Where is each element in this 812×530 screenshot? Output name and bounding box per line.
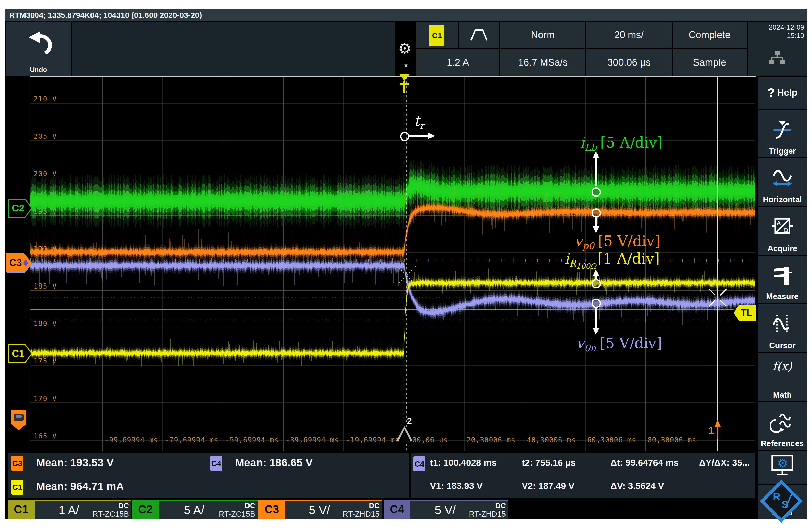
horizontal-position-cell[interactable]: 300.06 µs [586,49,671,76]
undo-button[interactable]: Undo [6,22,71,76]
trigger-type-cell[interactable] [459,22,499,48]
screenshot-root: RTM3004; 1335.8794K04; 104310 (01.600 20… [0,0,812,530]
ilb-arrow-head [593,151,599,158]
trigger-source-cell[interactable]: C1 [416,22,458,48]
gear-icon[interactable]: ⚙ [398,40,411,57]
measurement-results-panel: C3 Mean: 193.53 V C4 Mean: 186.65 V C1 M… [8,454,409,498]
annotation-tr: tr [414,112,424,131]
annotation-ir: iR100Ω[1 A/div] [565,250,659,271]
toolbar-empty-area [72,22,395,76]
sidebar-item-acquire[interactable]: A D Acquire [758,207,807,255]
annotation-v0n: v0n[5 V/div] [576,335,662,353]
sidebar-item-trigger[interactable]: Trigger [758,110,807,157]
question-mark-icon: ? [767,86,774,99]
cursor-t1: t1: 100.4028 ms [430,458,497,468]
channel-marker-c1[interactable]: C1 [8,344,32,363]
cursor1-arrow-stem [717,426,719,439]
sidebar-item-screenshot[interactable]: ⚙ [758,451,807,484]
cursor-dv: ΔV: 3.5624 V [610,481,664,491]
annotation-ilb: iLb[5 A/div] [580,134,663,153]
sidebar-menu: ?Help Trigger Horizontal [758,77,807,519]
date-text: 2024-12-09 [748,23,804,31]
c4-updown-icon [24,259,28,267]
cursor-dydx: ΔY/ΔX: 35... [699,458,750,468]
acquisition-mode-cell[interactable]: Sample [672,49,746,76]
channel-tab-c3[interactable]: C3 [258,500,285,519]
oscilloscope-screen: RTM3004; 1335.8794K04; 104310 (01.600 20… [5,9,807,519]
ir-arrow-head [593,269,599,276]
sidebar-item-math[interactable]: f(x) Math [758,353,807,401]
cursor-wave-icon [770,312,795,334]
channel-settings-c1[interactable]: 1 A/ DC RT-ZC15B [34,500,131,519]
c4-mean-value: Mean: 186.65 V [235,457,313,469]
datetime-panel: 2024-12-09 15:10 [748,22,807,76]
trigger-mode-value: Norm [531,29,555,41]
time-text: 15:10 [748,31,804,40]
vp0-marker-circle [592,209,601,218]
trigger-source-shield-icon[interactable] [11,410,26,430]
c3-mean-value: Mean: 193.53 V [36,457,114,469]
cursor1-label: 1 [708,425,714,436]
trigger-bottom-label: 2 [407,416,412,427]
trigger-t-marker-bar [400,83,409,85]
vp0-arrow-head [593,227,599,233]
reference-waves-icon [770,411,795,433]
trigger-position-marker[interactable] [399,74,410,81]
cursor-v1: V1: 183.93 V [430,481,482,491]
sample-rate-cell[interactable]: 16.7 MSa/s [501,49,585,76]
channel-marker-c2[interactable]: C2 [8,199,32,218]
undo-icon [24,29,53,57]
gear-caret-icon[interactable]: ▼ [403,63,409,69]
acquisition-mode-value: Sample [693,57,726,68]
instrument-title-bar: RTM3004; 1335.8794K04; 104310 (01.600 20… [5,9,807,21]
ir-marker-circle [592,279,601,288]
sidebar-item-cursor[interactable]: Cursor [758,304,807,352]
vp0-arrow-shaft [595,218,597,227]
ilb-arrow-shaft [595,157,597,186]
timebase-cell[interactable]: 20 ms/ [586,22,671,48]
channel-settings-c2[interactable]: 5 A/ DC RT-ZC15B [159,500,258,519]
c3-badge: C3 [11,456,23,471]
network-icon[interactable] [769,50,786,66]
pulse-icon [469,28,489,42]
channel-tab-c4[interactable]: C4 [383,500,410,519]
tr-arrow-head [429,133,435,139]
trigger-level-value: 1.2 A [447,57,469,68]
annotation-vp0: vp0[5 V/div] [574,233,660,251]
trigger-level-cell[interactable]: 1.2 A [416,49,499,76]
sample-rate-value: 16.7 MSa/s [518,57,568,68]
acquisition-status-value: Complete [688,29,730,41]
sidebar-item-references[interactable]: References [758,402,807,450]
svg-text:D: D [784,227,788,234]
sidebar-item-horizontal[interactable]: Horizontal [758,158,807,206]
cursor-dt: Δt: 99.64764 ms [610,458,679,468]
channel-marker-c3[interactable]: C3 [6,253,32,272]
channel-settings-c4[interactable]: 5 V/ DC RT-ZHD15 [410,500,508,519]
caliper-icon [770,264,795,287]
channel-settings-c3[interactable]: 5 V/ DC RT-ZHD15 [285,500,382,519]
sidebar-item-measure[interactable]: Measure [758,256,807,303]
ilb-marker-circle [592,187,601,197]
ad-converter-icon: A D [770,215,795,238]
channel-tab-c1[interactable]: C1 [8,500,34,519]
trigger-slope-icon [770,118,795,141]
timebase-value: 20 ms/ [614,29,644,41]
channel-tab-c2[interactable]: C2 [132,500,159,519]
c4-badge: C4 [211,456,222,471]
svg-text:⚙: ⚙ [777,456,788,470]
display-settings-icon: ⚙ [768,454,797,478]
undo-label: Undo [6,66,71,74]
fx-icon: f(x) [758,359,807,373]
v0n-marker-circle [592,299,601,308]
svg-text:A: A [777,220,781,227]
cursor1-arrow-icon[interactable] [714,420,721,427]
sidebar-item-help[interactable]: ?Help [758,77,807,109]
cursor-results-panel: C4 t1: 100.4028 ms t2: 755.16 µs Δt: 99.… [411,454,755,498]
acquisition-status-cell[interactable]: Complete [672,22,746,48]
v0n-arrow-shaft [595,308,597,328]
trigger-mode-cell[interactable]: Norm [501,22,585,48]
cursor-v2: V2: 187.49 V [522,481,574,491]
tr-arrow-shaft [409,135,429,137]
trigger-source-badge[interactable]: C1 [430,23,445,46]
cursor-t2: t2: 755.16 µs [522,458,576,468]
